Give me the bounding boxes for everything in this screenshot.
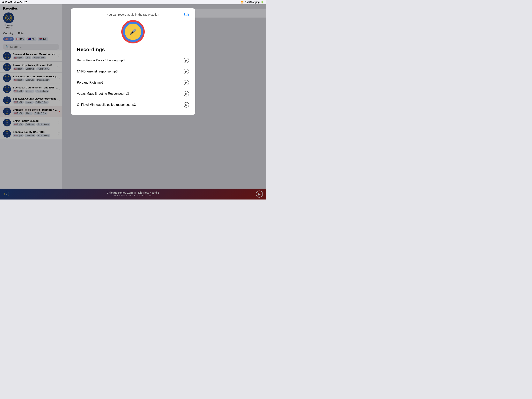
play-button[interactable]: ▶ bbox=[184, 80, 189, 85]
list-item[interactable]: G. Floyd Minneapolis police response.mp3… bbox=[77, 99, 189, 110]
play-button[interactable]: ▶ bbox=[184, 91, 189, 97]
wifi-icon: 📶 bbox=[241, 1, 244, 4]
recording-list: Baton Rouge Police Shooting.mp3 ▶ NYPD t… bbox=[77, 55, 189, 110]
microphone-icon: 🎤 bbox=[130, 29, 137, 35]
status-day: Mon Oct 26 bbox=[13, 1, 27, 4]
record-button[interactable]: 🎤 bbox=[121, 20, 145, 44]
recording-name: Vegas Mass Shooting Response.mp3 bbox=[77, 92, 129, 96]
battery-icon: 🔋 bbox=[261, 1, 264, 4]
play-button[interactable]: ▶ bbox=[184, 58, 189, 63]
list-item[interactable]: Portland Riots.mp3 ▶ bbox=[77, 77, 189, 88]
status-bar: 6:13 AM Mon Oct 26 📶 Not Charging 🔋 bbox=[0, 0, 266, 4]
play-button[interactable]: ▶ bbox=[184, 69, 189, 74]
status-time: 6:13 AM bbox=[2, 1, 12, 4]
battery-label: Not Charging bbox=[245, 1, 260, 4]
list-item[interactable]: Baton Rouge Police Shooting.mp3 ▶ bbox=[77, 55, 189, 66]
list-item[interactable]: NYPD terrorist response.mp3 ▶ bbox=[77, 66, 189, 77]
edit-button[interactable]: Edit bbox=[184, 13, 189, 17]
recording-name: G. Floyd Minneapolis police response.mp3 bbox=[77, 103, 136, 107]
recording-name: Baton Rouge Police Shooting.mp3 bbox=[77, 59, 125, 62]
record-ring-inner: 🎤 bbox=[125, 24, 141, 40]
recordings-modal: You can record audio in the radio statio… bbox=[71, 8, 195, 115]
recording-name: Portland Riots.mp3 bbox=[77, 81, 103, 84]
list-item[interactable]: Vegas Mass Shooting Response.mp3 ▶ bbox=[77, 88, 189, 99]
recording-name: NYPD terrorist response.mp3 bbox=[77, 70, 118, 73]
play-button[interactable]: ▶ bbox=[184, 102, 189, 108]
recordings-title: Recordings bbox=[77, 46, 189, 53]
modal-overlay: You can record audio in the radio statio… bbox=[0, 4, 266, 200]
modal-subtitle: You can record audio in the radio statio… bbox=[107, 13, 159, 16]
